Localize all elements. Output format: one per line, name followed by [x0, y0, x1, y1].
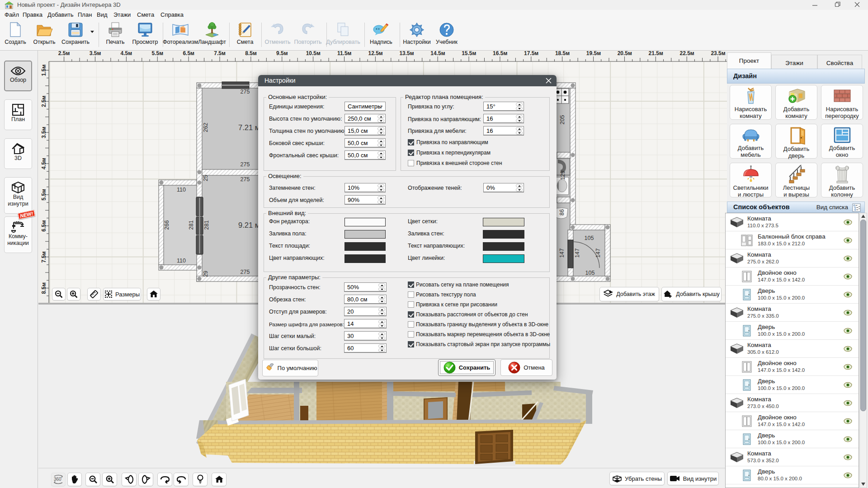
- svg-text:147: 147: [595, 249, 601, 258]
- svg-text:17.5м: 17.5м: [524, 51, 538, 56]
- svg-text:23.5м: 23.5м: [711, 51, 725, 56]
- svg-text:10.5м: 10.5м: [306, 51, 321, 56]
- svg-text:105: 105: [585, 235, 594, 241]
- svg-text:15.5м: 15.5м: [462, 51, 476, 56]
- svg-text:13.5м: 13.5м: [399, 51, 414, 56]
- svg-text:16.5м: 16.5м: [493, 51, 507, 56]
- svg-text:1.5м: 1.5м: [41, 64, 47, 76]
- svg-text:3.5м: 3.5м: [90, 51, 101, 56]
- svg-text:275: 275: [241, 161, 250, 168]
- svg-text:6.5м: 6.5м: [183, 51, 194, 56]
- svg-text:275: 275: [241, 89, 250, 95]
- svg-text:21.5м: 21.5м: [649, 51, 663, 56]
- svg-text:12.5м: 12.5м: [368, 51, 382, 56]
- svg-text:29: 29: [203, 271, 209, 277]
- svg-text:4.5м: 4.5м: [41, 158, 47, 169]
- svg-text:147: 147: [559, 249, 565, 258]
- svg-text:9.5м: 9.5м: [276, 51, 288, 56]
- svg-text:5.5м: 5.5м: [41, 189, 47, 201]
- svg-text:7.5м: 7.5м: [214, 51, 226, 56]
- svg-text:3.5м: 3.5м: [41, 127, 47, 138]
- svg-text:360: 360: [54, 477, 61, 482]
- svg-text:20.5м: 20.5м: [618, 51, 632, 56]
- svg-text:281: 281: [188, 221, 194, 230]
- svg-text:275: 275: [241, 176, 250, 183]
- svg-text:129: 129: [560, 171, 566, 180]
- svg-text:2.5м: 2.5м: [58, 51, 70, 56]
- svg-text:2.5м: 2.5м: [41, 95, 47, 107]
- svg-text:5.5м: 5.5м: [152, 51, 164, 56]
- svg-text:19.5м: 19.5м: [586, 51, 601, 56]
- svg-text:266: 266: [164, 221, 170, 230]
- svg-text:7.5м: 7.5м: [41, 251, 47, 263]
- svg-text:110: 110: [177, 258, 186, 264]
- svg-text:105: 105: [585, 270, 595, 276]
- svg-text:205: 205: [559, 115, 566, 125]
- svg-text:8.5м: 8.5м: [41, 282, 47, 294]
- svg-text:8.5м: 8.5м: [245, 51, 257, 56]
- svg-text:4.5м: 4.5м: [121, 51, 132, 56]
- svg-text:262: 262: [203, 123, 209, 132]
- svg-text:110: 110: [177, 187, 186, 193]
- svg-text:14.5м: 14.5м: [430, 51, 445, 56]
- svg-text:275: 275: [241, 269, 250, 275]
- svg-text:147: 147: [574, 249, 580, 258]
- svg-text:281: 281: [203, 221, 210, 230]
- svg-text:25: 25: [203, 175, 209, 181]
- svg-text:18.5м: 18.5м: [555, 51, 570, 56]
- svg-text:22.5м: 22.5м: [679, 51, 694, 56]
- svg-text:6.5м: 6.5м: [41, 220, 47, 232]
- svg-text:11.5м: 11.5м: [337, 51, 352, 56]
- svg-text:86: 86: [559, 209, 565, 216]
